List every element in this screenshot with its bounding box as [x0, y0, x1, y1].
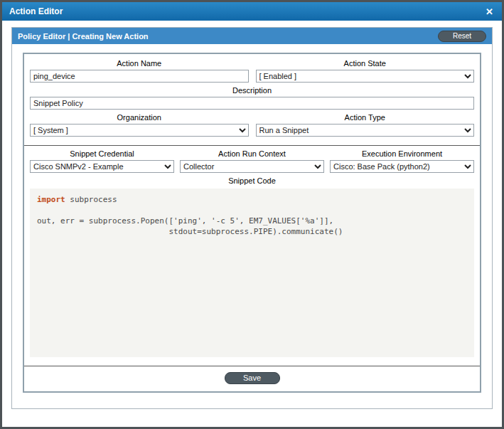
action-run-context-field: Action Run Context Collector [180, 146, 324, 173]
snippet-code-editor[interactable]: import subprocess out, err = subprocess.… [30, 189, 474, 357]
panel-title: Policy Editor | Creating New Action [18, 32, 438, 41]
code-line-4: stdout=subprocess.PIPE).communicate() [37, 226, 467, 237]
window-title: Action Editor [9, 6, 484, 16]
policy-editor-panel: Policy Editor | Creating New Action Rese… [11, 27, 493, 409]
action-type-select[interactable]: Run a Snippet [256, 124, 475, 137]
code-line-2 [37, 205, 467, 216]
row-name-state: Action Name Action State [ Enabled ] [30, 55, 474, 83]
snippet-code-field: Snippet Code import subprocess out, err … [30, 173, 474, 357]
panel-header: Policy Editor | Creating New Action Rese… [12, 28, 492, 44]
action-state-label: Action State [256, 59, 475, 68]
execution-environment-field: Execution Environment Cisco: Base Pack (… [330, 146, 474, 173]
execution-environment-label: Execution Environment [330, 149, 474, 158]
snippet-code-label: Snippet Code [30, 176, 474, 185]
save-button[interactable]: Save [225, 372, 280, 384]
form-area: Action Name Action State [ Enabled ] Des… [23, 53, 481, 393]
organization-field: Organization [ System ] [30, 110, 249, 137]
action-state-select[interactable]: [ Enabled ] [256, 70, 475, 83]
action-editor-window: Action Editor ✕ Policy Editor | Creating… [0, 0, 504, 429]
action-run-context-label: Action Run Context [180, 149, 324, 158]
code-line-3: out, err = subprocess.Popen(['ping', '-c… [37, 216, 467, 226]
execution-environment-select[interactable]: Cisco: Base Pack (python2) [330, 160, 474, 173]
description-field: Description [30, 83, 474, 110]
reset-button[interactable]: Reset [438, 31, 486, 42]
action-run-context-select[interactable]: Collector [180, 160, 324, 173]
description-label: Description [30, 86, 474, 95]
snippet-credential-select[interactable]: Cisco SNMPv2 - Example [30, 160, 174, 173]
snippet-credential-field: Snippet Credential Cisco SNMPv2 - Exampl… [30, 146, 174, 173]
row-org-type: Organization [ System ] Action Type Run … [30, 110, 474, 137]
save-row: Save [30, 366, 474, 387]
action-type-label: Action Type [256, 113, 475, 122]
description-input[interactable] [30, 97, 474, 110]
organization-label: Organization [30, 113, 249, 122]
snippet-credential-label: Snippet Credential [30, 149, 174, 158]
code-keyword-import: import [37, 195, 65, 204]
row-snippet-settings: Snippet Credential Cisco SNMPv2 - Exampl… [30, 146, 474, 173]
action-name-label: Action Name [30, 59, 249, 68]
action-state-field: Action State [ Enabled ] [256, 55, 475, 83]
action-name-input[interactable] [30, 70, 249, 83]
organization-select[interactable]: [ System ] [30, 124, 249, 137]
window-titlebar: Action Editor ✕ [2, 2, 502, 21]
row-description: Description [30, 83, 474, 110]
close-icon[interactable]: ✕ [484, 6, 495, 17]
code-line-1: import subprocess [37, 194, 467, 205]
code-line-1-rest: subprocess [65, 195, 117, 204]
action-type-field: Action Type Run a Snippet [256, 110, 475, 137]
action-name-field: Action Name [30, 55, 249, 83]
